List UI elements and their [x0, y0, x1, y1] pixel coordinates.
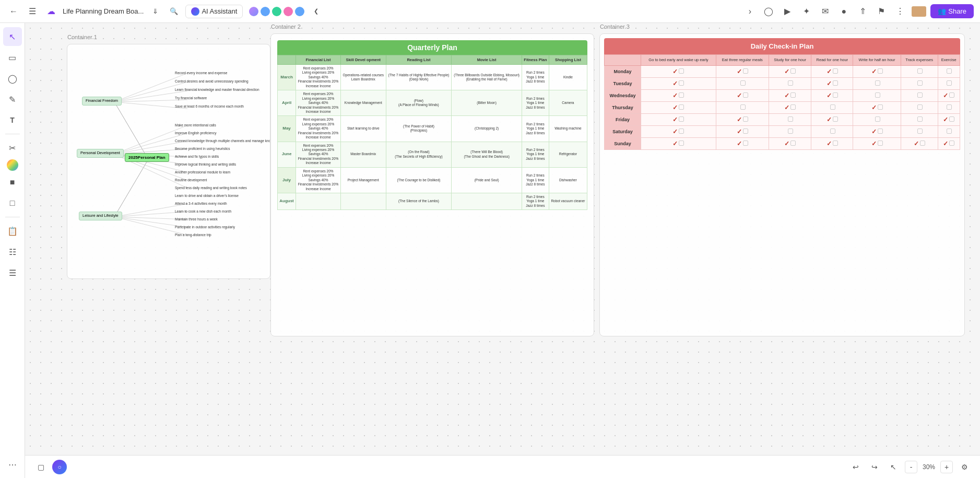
dp-check-cell[interactable] — [853, 113, 901, 125]
sidebar-eraser-icon[interactable]: □ — [3, 194, 22, 213]
right-arrow-icon[interactable]: › — [742, 4, 757, 19]
download-button[interactable]: ⇓ — [148, 4, 162, 19]
sidebar-color-icon[interactable] — [7, 159, 18, 171]
dp-check-cell[interactable]: ✓ — [811, 113, 853, 125]
checkbox[interactable] — [679, 92, 684, 98]
checkbox[interactable] — [949, 92, 954, 98]
checkbox[interactable] — [740, 104, 746, 110]
back-button[interactable]: ← — [6, 4, 21, 19]
checkbox[interactable] — [917, 104, 923, 110]
dp-check-cell[interactable] — [938, 125, 960, 137]
dp-check-cell[interactable]: ✓ — [769, 137, 811, 149]
dp-check-cell[interactable] — [938, 77, 960, 89]
checkbox[interactable] — [833, 80, 838, 86]
checkbox[interactable] — [878, 129, 883, 134]
ai-assistant-button[interactable]: AI Assistant — [185, 5, 243, 18]
sidebar-frame-icon[interactable]: ▭ — [3, 48, 22, 67]
dp-check-cell[interactable] — [769, 125, 811, 137]
cursor-tool-icon[interactable]: ↖ — [886, 460, 901, 474]
checkbox[interactable] — [743, 141, 748, 146]
app-icon-4[interactable] — [284, 7, 293, 16]
checkbox[interactable] — [743, 116, 748, 122]
sidebar-cursor-icon[interactable]: ↖ — [3, 27, 22, 46]
dp-check-cell[interactable] — [901, 101, 938, 113]
undo-button[interactable]: ↩ — [848, 460, 863, 474]
dp-check-cell[interactable]: ✓ — [641, 125, 716, 137]
play-icon[interactable]: ▶ — [780, 4, 795, 19]
dp-check-cell[interactable]: ✓ — [853, 137, 901, 149]
dp-check-cell[interactable]: ✓ — [853, 101, 901, 113]
sidebar-scissors-icon[interactable]: ✂ — [3, 138, 22, 157]
dp-check-cell[interactable]: ✓ — [938, 137, 960, 149]
bell-icon[interactable]: ✉ — [818, 4, 832, 19]
dp-check-cell[interactable] — [769, 113, 811, 125]
checkbox[interactable] — [917, 80, 923, 86]
checkbox[interactable] — [949, 116, 954, 122]
dp-check-cell[interactable] — [901, 65, 938, 77]
clock-icon[interactable]: ● — [836, 4, 851, 19]
dp-check-cell[interactable] — [938, 101, 960, 113]
dp-check-cell[interactable]: ✓ — [716, 137, 769, 149]
checkbox[interactable] — [833, 68, 838, 74]
dp-check-cell[interactable]: ✓ — [901, 137, 938, 149]
checkbox[interactable] — [679, 104, 684, 110]
dp-check-cell[interactable]: ✓ — [853, 125, 901, 137]
dp-check-cell[interactable]: ✓ — [716, 125, 769, 137]
dp-check-cell[interactable]: ✓ — [811, 65, 853, 77]
checkbox[interactable] — [833, 92, 838, 98]
settings-icon[interactable]: ⚙ — [957, 460, 972, 474]
checkbox[interactable] — [788, 129, 793, 134]
expand-icon[interactable]: ❮ — [309, 4, 323, 19]
checkbox[interactable] — [920, 141, 925, 146]
checkbox[interactable] — [788, 80, 793, 86]
dp-check-cell[interactable] — [901, 77, 938, 89]
star-icon[interactable]: ✦ — [799, 4, 813, 19]
dp-check-cell[interactable] — [901, 113, 938, 125]
dp-check-cell[interactable]: ✓ — [769, 65, 811, 77]
sidebar-table-icon[interactable]: ☷ — [3, 242, 22, 261]
sidebar-shape-icon[interactable]: ◯ — [3, 69, 22, 88]
dp-check-cell[interactable]: ✓ — [716, 113, 769, 125]
checkbox[interactable] — [875, 116, 880, 122]
sidebar-pen-icon[interactable]: ✎ — [3, 90, 22, 109]
dp-check-cell[interactable] — [716, 101, 769, 113]
checkbox[interactable] — [790, 141, 796, 146]
dp-check-cell[interactable]: ✓ — [641, 113, 716, 125]
sidebar-marker-icon[interactable]: ■ — [3, 173, 22, 192]
checkbox[interactable] — [947, 68, 952, 74]
app-icon-2[interactable] — [261, 7, 270, 16]
checkbox[interactable] — [917, 92, 923, 98]
redo-button[interactable]: ↪ — [867, 460, 882, 474]
checkbox[interactable] — [743, 129, 748, 134]
dp-check-cell[interactable] — [716, 77, 769, 89]
ai-avatar[interactable]: ○ — [52, 460, 67, 474]
flag-icon[interactable]: ⚑ — [874, 4, 889, 19]
dp-check-cell[interactable]: ✓ — [641, 89, 716, 101]
color-swatch[interactable] — [912, 6, 926, 17]
checkbox[interactable] — [790, 92, 796, 98]
dp-check-cell[interactable]: ✓ — [811, 89, 853, 101]
dp-check-cell[interactable] — [769, 77, 811, 89]
checkbox[interactable] — [949, 141, 954, 146]
checkbox[interactable] — [917, 116, 923, 122]
checkbox[interactable] — [788, 116, 793, 122]
dp-check-cell[interactable]: ✓ — [641, 137, 716, 149]
dp-check-cell[interactable]: ✓ — [811, 77, 853, 89]
checkbox[interactable] — [875, 92, 880, 98]
checkbox[interactable] — [679, 68, 684, 74]
more-icon[interactable]: ⋮ — [893, 4, 907, 19]
checkbox[interactable] — [679, 80, 684, 86]
sidebar-note-icon[interactable]: 📋 — [3, 221, 22, 240]
dp-check-cell[interactable]: ✓ — [938, 113, 960, 125]
dp-check-cell[interactable]: ✓ — [769, 101, 811, 113]
checkbox[interactable] — [743, 92, 748, 98]
dp-check-cell[interactable] — [901, 89, 938, 101]
dp-check-cell[interactable] — [853, 89, 901, 101]
checkbox[interactable] — [878, 104, 883, 110]
dp-check-cell[interactable] — [853, 77, 901, 89]
checkbox[interactable] — [743, 68, 748, 74]
dp-check-cell[interactable] — [901, 125, 938, 137]
dp-check-cell[interactable] — [811, 101, 853, 113]
checkbox[interactable] — [917, 129, 923, 134]
dp-check-cell[interactable]: ✓ — [641, 65, 716, 77]
